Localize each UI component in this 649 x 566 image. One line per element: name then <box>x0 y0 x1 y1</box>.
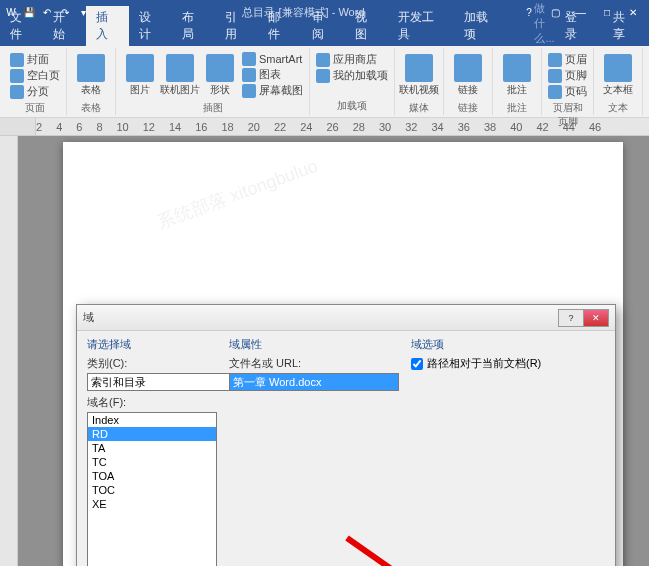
group-addins-label: 加载项 <box>316 99 388 113</box>
list-item[interactable]: Index <box>88 413 216 427</box>
chart-button[interactable]: 图表 <box>242 67 303 82</box>
online-picture-button[interactable]: 联机图片 <box>162 52 198 99</box>
list-item[interactable]: XE <box>88 497 216 511</box>
page-break-button[interactable]: 分页 <box>10 84 60 99</box>
textbox-icon <box>604 54 632 82</box>
picture-button[interactable]: 图片 <box>122 52 158 99</box>
props-title: 域属性 <box>229 337 399 352</box>
footer-icon <box>548 69 562 83</box>
tab-insert[interactable]: 插入 <box>86 6 129 46</box>
select-field-label: 请选择域 <box>87 337 217 352</box>
blank-page-button[interactable]: 空白页 <box>10 68 60 83</box>
shapes-button[interactable]: 形状 <box>202 52 238 99</box>
table-icon <box>77 54 105 82</box>
cover-icon <box>10 53 24 67</box>
dialog-titlebar[interactable]: 域 ? ✕ <box>77 305 615 331</box>
blank-icon <box>10 69 24 83</box>
filename-input[interactable] <box>229 373 399 391</box>
relative-path-checkbox-row[interactable]: 路径相对于当前文档(R) <box>411 356 605 371</box>
textbox-button[interactable]: 文本框 <box>600 52 636 99</box>
online-pic-icon <box>166 54 194 82</box>
chart-icon <box>242 68 256 82</box>
list-item[interactable]: TOC <box>88 483 216 497</box>
addins-icon <box>316 69 330 83</box>
signin-button[interactable]: 登录 <box>555 6 597 46</box>
dialog-help-icon[interactable]: ? <box>558 309 584 327</box>
category-combo[interactable]: ▼ <box>87 373 217 391</box>
header-button[interactable]: 页眉 <box>548 52 587 67</box>
footer-button[interactable]: 页脚 <box>548 68 587 83</box>
relative-path-label: 路径相对于当前文档(R) <box>427 356 541 371</box>
tab-developer[interactable]: 开发工具 <box>388 6 454 46</box>
list-item[interactable]: RD <box>88 427 216 441</box>
group-pages-label: 页面 <box>10 101 60 115</box>
tab-file[interactable]: 文件 <box>0 6 43 46</box>
relative-path-checkbox[interactable] <box>411 358 423 370</box>
fieldname-label: 域名(F): <box>87 395 217 410</box>
horizontal-ruler: 2468101214161820222426283032343638404244… <box>0 118 649 136</box>
screenshot-button[interactable]: 屏幕截图 <box>242 83 303 98</box>
share-button[interactable]: 共享 <box>603 6 645 46</box>
list-item[interactable]: TA <box>88 441 216 455</box>
list-item[interactable]: TOA <box>88 469 216 483</box>
tab-mailings[interactable]: 邮件 <box>258 6 301 46</box>
smartart-button[interactable]: SmartArt <box>242 52 303 66</box>
group-tables-label: 表格 <box>73 101 109 115</box>
options-title: 域选项 <box>411 337 605 352</box>
category-label: 类别(C): <box>87 356 217 371</box>
tell-me-search[interactable]: 💡 告诉我您想要做什么... <box>508 0 554 46</box>
dialog-close-icon[interactable]: ✕ <box>583 309 609 327</box>
pagenum-icon <box>548 85 562 99</box>
group-links-label: 链接 <box>450 101 486 115</box>
online-video-button[interactable]: 联机视频 <box>401 52 437 99</box>
tab-home[interactable]: 开始 <box>43 6 86 46</box>
document-area: 系统部落 xitongbuluo 系统部落 xitongbuluo 系统部落 x… <box>0 136 649 566</box>
tab-view[interactable]: 视图 <box>345 6 388 46</box>
tab-review[interactable]: 审阅 <box>302 6 345 46</box>
group-text-label: 文本 <box>600 101 636 115</box>
group-comments-label: 批注 <box>499 101 535 115</box>
comment-icon <box>503 54 531 82</box>
category-input[interactable] <box>87 373 233 391</box>
vertical-ruler <box>0 136 18 566</box>
dialog-title: 域 <box>83 310 559 325</box>
smartart-icon <box>242 52 256 66</box>
group-media-label: 媒体 <box>401 101 437 115</box>
table-button[interactable]: 表格 <box>73 52 109 99</box>
shapes-icon <box>206 54 234 82</box>
field-dialog: 域 ? ✕ 请选择域 类别(C): ▼ 域名(F): IndexRDTATCTO… <box>76 304 616 566</box>
pagenum-button[interactable]: 页码 <box>548 84 587 99</box>
filename-label: 文件名或 URL: <box>229 356 399 371</box>
tab-references[interactable]: 引用 <box>215 6 258 46</box>
tab-layout[interactable]: 布局 <box>172 6 215 46</box>
tab-design[interactable]: 设计 <box>129 6 172 46</box>
list-item[interactable]: TC <box>88 455 216 469</box>
picture-icon <box>126 54 154 82</box>
fieldname-listbox[interactable]: IndexRDTATCTOATOCXE <box>87 412 217 566</box>
break-icon <box>10 85 24 99</box>
video-icon <box>405 54 433 82</box>
ribbon-tabs: 文件 开始 插入 设计 布局 引用 邮件 审阅 视图 开发工具 加载项 💡 告诉… <box>0 24 649 46</box>
link-icon <box>454 54 482 82</box>
group-illustrations-label: 插图 <box>122 101 303 115</box>
tab-addins[interactable]: 加载项 <box>454 6 509 46</box>
screenshot-icon <box>242 84 256 98</box>
links-button[interactable]: 链接 <box>450 52 486 99</box>
store-button[interactable]: 应用商店 <box>316 52 388 67</box>
ribbon: 封面 空白页 分页 页面 表格 表格 图片 联机图片 形状 SmartArt 图… <box>0 46 649 118</box>
my-addins-button[interactable]: 我的加载项 <box>316 68 388 83</box>
comment-button[interactable]: 批注 <box>499 52 535 99</box>
header-icon <box>548 53 562 67</box>
cover-page-button[interactable]: 封面 <box>10 52 60 67</box>
store-icon <box>316 53 330 67</box>
